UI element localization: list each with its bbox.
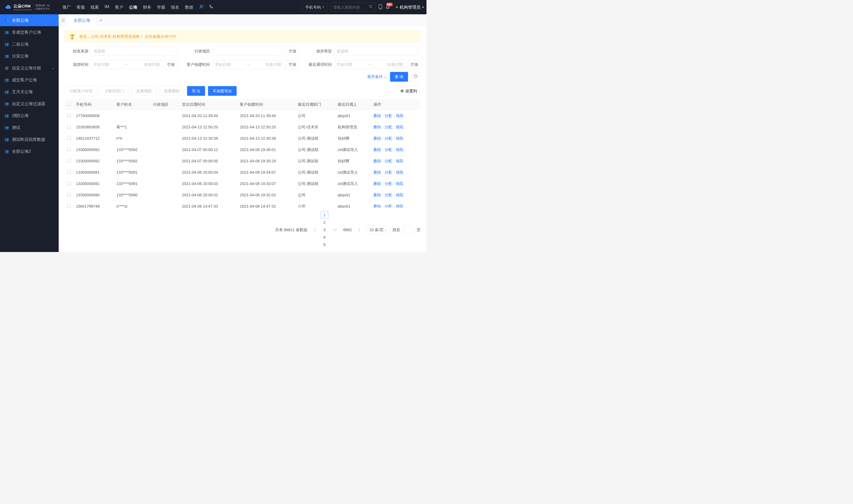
region-select[interactable]: ⌄ bbox=[212, 47, 284, 56]
user-menu[interactable]: 机构管理员 ▾ bbox=[396, 4, 424, 10]
row-assign-link[interactable]: 分配 bbox=[384, 170, 392, 175]
nav-item-7[interactable]: 学服 bbox=[157, 4, 165, 11]
nav-item-2[interactable]: 线索 bbox=[91, 4, 99, 11]
row-delete-link[interactable]: 删除 bbox=[374, 125, 381, 130]
row-claim-link[interactable]: 领取 bbox=[396, 170, 403, 175]
phone-icon[interactable] bbox=[209, 4, 214, 10]
tab-all-sea[interactable]: 全部公海 bbox=[68, 14, 96, 26]
export-unmask-button[interactable]: 不加密导出 bbox=[208, 86, 237, 96]
sidebar-item-5[interactable]: 👥成交客户公海 bbox=[0, 74, 59, 86]
row-checkbox[interactable] bbox=[67, 113, 71, 117]
create-time-blank-button[interactable]: 空值 bbox=[286, 60, 299, 69]
column-settings-button[interactable]: ⚙设置列 bbox=[397, 86, 421, 96]
row-delete-link[interactable]: 删除 bbox=[374, 159, 381, 164]
jump-page-input[interactable] bbox=[403, 226, 414, 234]
sidebar-item-2[interactable]: 👥二咨公海 bbox=[0, 38, 59, 50]
friend-source-select[interactable]: 请选择⌄ bbox=[91, 47, 177, 56]
last-page-button[interactable]: 6882 bbox=[342, 226, 353, 234]
sidebar-item-6[interactable]: 👥五月天公海 bbox=[0, 86, 59, 98]
bell-icon[interactable]: 99+ bbox=[386, 4, 390, 11]
row-delete-link[interactable]: 删除 bbox=[374, 147, 381, 152]
row-delete-link[interactable]: 删除 bbox=[374, 193, 381, 198]
nav-item-4[interactable]: 客户 bbox=[115, 4, 123, 11]
row-claim-link[interactable]: 领取 bbox=[396, 181, 403, 186]
row-assign-link[interactable]: 分配 bbox=[384, 193, 392, 198]
row-assign-link[interactable]: 分配 bbox=[384, 159, 392, 164]
row-checkbox[interactable] bbox=[67, 193, 71, 196]
batch-claim-button[interactable]: 批量领取 bbox=[132, 86, 156, 96]
expand-filters-link[interactable]: 展开条件 ⌄ bbox=[367, 74, 387, 79]
user-add-icon[interactable] bbox=[199, 4, 204, 11]
nav-item-0[interactable]: 推广 bbox=[62, 4, 71, 11]
last-call-range[interactable]: 开始日期~结束日期 bbox=[334, 60, 405, 69]
row-delete-link[interactable]: 删除 bbox=[374, 181, 381, 186]
tab-add-button[interactable]: ＋ bbox=[96, 17, 105, 23]
page-size-select[interactable]: 10 条/页⌄ bbox=[367, 226, 389, 234]
row-assign-link[interactable]: 分配 bbox=[384, 204, 392, 208]
row-claim-link[interactable]: 领取 bbox=[396, 204, 403, 208]
row-checkbox[interactable] bbox=[67, 147, 71, 151]
sidebar-item-9[interactable]: 👥测试 bbox=[0, 122, 59, 133]
row-checkbox[interactable] bbox=[67, 181, 71, 185]
create-time-range[interactable]: 开始日期~结束日期 bbox=[212, 60, 284, 69]
row-assign-link[interactable]: 分配 bbox=[384, 181, 392, 186]
sidebar-item-11[interactable]: 👥全部公海2 bbox=[0, 145, 59, 157]
next-page-button[interactable]: 〉 bbox=[357, 226, 364, 234]
assign-manager-button[interactable]: 分配客户经理 bbox=[65, 86, 97, 96]
refresh-button[interactable] bbox=[411, 72, 420, 82]
row-claim-link[interactable]: 领取 bbox=[396, 113, 403, 119]
nav-item-9[interactable]: 数据 bbox=[185, 4, 193, 11]
page-ellipsis[interactable]: ⋯ bbox=[331, 226, 339, 234]
prev-page-button[interactable]: 〈 bbox=[310, 226, 318, 234]
nav-item-6[interactable]: 财务 bbox=[143, 4, 151, 11]
row-checkbox[interactable] bbox=[67, 136, 71, 140]
nav-item-8[interactable]: 报名 bbox=[171, 4, 179, 11]
row-claim-link[interactable]: 领取 bbox=[396, 193, 403, 198]
select-all-checkbox[interactable] bbox=[67, 102, 71, 106]
row-assign-link[interactable]: 分配 bbox=[384, 136, 392, 141]
export-button[interactable]: 导 出 bbox=[187, 86, 205, 96]
last-call-blank-button[interactable]: 空值 bbox=[408, 60, 420, 69]
sidebar-item-0[interactable]: 👥全部公海 bbox=[0, 14, 59, 26]
row-claim-link[interactable]: 领取 bbox=[396, 125, 403, 130]
row-delete-link[interactable]: 删除 bbox=[374, 204, 381, 208]
nav-item-3[interactable]: IM bbox=[105, 4, 109, 11]
sidebar-item-1[interactable]: 👥非成交客户公海 bbox=[0, 26, 59, 38]
row-assign-link[interactable]: 分配 bbox=[384, 125, 392, 130]
nav-item-1[interactable]: 客服 bbox=[76, 4, 85, 11]
abandon-time-blank-button[interactable]: 空值 bbox=[164, 60, 177, 69]
page-number-3[interactable]: 3 bbox=[321, 226, 328, 234]
row-claim-link[interactable]: 领取 bbox=[396, 159, 403, 164]
tabs-collapse-icon[interactable]: ☰ bbox=[59, 18, 68, 23]
sidebar-item-4[interactable]: ▧自定义公海分组⌄ bbox=[0, 62, 59, 74]
sidebar-item-10[interactable]: 👥测试昨日回库数据 bbox=[0, 133, 59, 145]
sidebar-item-8[interactable]: 👥消防公海 bbox=[0, 110, 59, 122]
row-checkbox[interactable] bbox=[67, 170, 71, 174]
abandon-type-select[interactable]: 请选择⌄ bbox=[334, 47, 420, 56]
row-checkbox[interactable] bbox=[67, 204, 71, 208]
query-button[interactable]: 查 询 bbox=[390, 72, 408, 82]
search-type-select[interactable]: 手机号码▽ bbox=[302, 3, 328, 12]
page-number-5[interactable]: 5 bbox=[321, 241, 328, 248]
row-delete-link[interactable]: 删除 bbox=[374, 136, 381, 141]
page-number-1[interactable]: 1 bbox=[321, 211, 328, 219]
batch-delete-button[interactable]: 批量删除 bbox=[159, 86, 184, 96]
row-assign-link[interactable]: 分配 bbox=[384, 113, 392, 119]
assign-dept-button[interactable]: 分配到部门 bbox=[100, 86, 129, 96]
region-blank-button[interactable]: 空值 bbox=[286, 47, 299, 56]
row-claim-link[interactable]: 领取 bbox=[396, 136, 403, 141]
sidebar-item-3[interactable]: 👥注安公海 bbox=[0, 50, 59, 62]
row-delete-link[interactable]: 删除 bbox=[374, 113, 381, 119]
sidebar-item-7[interactable]: 👥自定义公海过滤器 bbox=[0, 98, 59, 110]
row-claim-link[interactable]: 领取 bbox=[396, 147, 403, 152]
row-checkbox[interactable] bbox=[67, 159, 71, 162]
row-assign-link[interactable]: 分配 bbox=[384, 147, 392, 152]
search-icon[interactable] bbox=[369, 5, 373, 10]
page-number-4[interactable]: 4 bbox=[321, 234, 328, 241]
tablet-icon[interactable] bbox=[378, 4, 383, 11]
row-checkbox[interactable] bbox=[67, 125, 71, 128]
search-input[interactable] bbox=[333, 5, 367, 10]
nav-item-5[interactable]: 公海 bbox=[129, 4, 137, 11]
row-delete-link[interactable]: 删除 bbox=[374, 170, 381, 175]
page-number-2[interactable]: 2 bbox=[321, 219, 328, 226]
